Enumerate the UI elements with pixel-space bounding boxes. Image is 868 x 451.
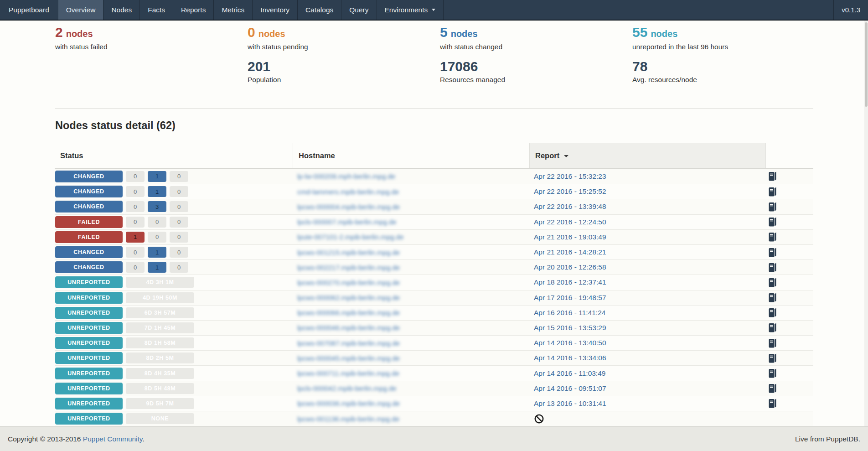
report-book-icon[interactable] xyxy=(768,202,777,212)
table-row: UNREPORTED4D 3H 1Mlpcws-000270.mpib-berl… xyxy=(55,275,813,290)
report-book-icon[interactable] xyxy=(768,278,777,287)
column-header-label: Report xyxy=(535,151,559,160)
report-icon-cell xyxy=(765,199,813,214)
hostname-link[interactable]: lpcws-000036.mpib-berlin.mpg.de xyxy=(297,399,400,407)
report-icon-cell xyxy=(765,381,813,396)
nav-tab-metrics[interactable]: Metrics xyxy=(213,0,252,20)
nav-tab-query[interactable]: Query xyxy=(341,0,376,20)
report-book-icon[interactable] xyxy=(768,323,777,332)
column-header-label: Status xyxy=(60,151,83,160)
nav-tab-catalogs[interactable]: Catalogs xyxy=(297,0,341,20)
hostname-link[interactable]: lpcws-000066.mpib-berlin.mpg.de xyxy=(297,309,400,316)
status-cell: UNREPORTED8D 5H 48M xyxy=(55,381,293,396)
hostname-link[interactable]: lpcws-000045.mpib-berlin.mpg.de xyxy=(297,354,400,362)
hostname-link[interactable]: lpute-007101-2.mpib-berlin.mpg.de xyxy=(297,233,403,241)
column-header-hostname[interactable]: Hostname xyxy=(293,143,529,168)
hostname-link[interactable]: lpcls-000042.mpib-berlin.mpg.de xyxy=(297,384,397,392)
vertical-scrollbar[interactable] xyxy=(864,21,868,451)
status-badge-unreported: UNREPORTED xyxy=(55,337,123,349)
resource-counter: 0 xyxy=(170,186,188,197)
report-icon-cell xyxy=(765,230,813,244)
report-icon-cell xyxy=(765,396,813,411)
hostname-link[interactable]: lpcls-000007.mpib-berlin.mpg.de xyxy=(297,218,397,226)
nav-tab-inventory[interactable]: Inventory xyxy=(252,0,297,20)
report-timestamp-link[interactable]: Apr 21 2016 - 19:03:49 xyxy=(534,233,606,241)
report-timestamp-link[interactable]: Apr 15 2016 - 13:53:29 xyxy=(534,324,606,332)
nav-tab-label: Facts xyxy=(148,0,165,20)
report-book-icon[interactable] xyxy=(768,338,777,348)
resource-counter: 1 xyxy=(126,232,145,243)
stat-headline-changed: 5nodes xyxy=(440,25,632,40)
report-book-icon[interactable] xyxy=(768,263,777,272)
report-timestamp-link[interactable]: Apr 14 2016 - 13:40:50 xyxy=(534,339,606,347)
report-book-icon[interactable] xyxy=(768,248,777,257)
report-cell: Apr 16 2016 - 11:41:24 xyxy=(529,306,765,320)
hostname-link[interactable]: lp-lw-000209.mph-berlin.mpg.de xyxy=(297,172,395,180)
report-book-icon[interactable] xyxy=(768,232,777,242)
hostname-link[interactable]: cmd-lammers.mpib-berlin.mpg.de xyxy=(297,188,399,196)
report-book-icon[interactable] xyxy=(768,399,777,408)
status-badge-unreported: UNREPORTED xyxy=(55,292,123,304)
nav-tab-facts[interactable]: Facts xyxy=(140,0,173,20)
hostname-link[interactable]: lpcws-000270.mpib-berlin.mpg.de xyxy=(297,279,400,286)
report-timestamp-link[interactable]: Apr 22 2016 - 13:39:48 xyxy=(534,202,606,211)
resource-counter: 0 xyxy=(170,247,188,258)
report-book-icon[interactable] xyxy=(768,308,777,317)
report-cell: Apr 14 2016 - 09:51:07 xyxy=(529,381,765,396)
report-cell: Apr 22 2016 - 15:25:52 xyxy=(529,184,765,199)
report-timestamp-link[interactable]: Apr 13 2016 - 10:31:41 xyxy=(534,399,606,408)
report-timestamp-link[interactable]: Apr 22 2016 - 12:24:50 xyxy=(534,218,606,226)
report-book-icon[interactable] xyxy=(768,171,777,181)
report-timestamp-link[interactable]: Apr 17 2016 - 19:48:57 xyxy=(534,294,606,302)
hostname-link[interactable]: lpcws-001215.mpib-berlin.mpg.de xyxy=(297,249,400,256)
report-cell: Apr 17 2016 - 19:48:57 xyxy=(529,290,765,305)
resource-counter: 0 xyxy=(126,171,145,182)
report-book-icon[interactable] xyxy=(768,293,777,302)
hostname-link[interactable]: lpcws-007087.mpib-berlin.mpg.de xyxy=(297,339,400,347)
report-timestamp-link[interactable]: Apr 22 2016 - 15:32:23 xyxy=(534,172,606,181)
scrollbar-thumb[interactable] xyxy=(865,22,868,107)
hostname-link[interactable]: lpcws-000004.mpib-berlin.mpg.de xyxy=(297,203,400,211)
report-timestamp-link[interactable]: Apr 14 2016 - 11:03:49 xyxy=(534,369,605,378)
report-timestamp-link[interactable]: Apr 18 2016 - 12:37:41 xyxy=(534,278,606,286)
nav-tabs: OverviewNodesFactsReportsMetricsInventor… xyxy=(58,0,444,20)
resource-counter: 0 xyxy=(170,171,188,182)
version-label: v0.1.3 xyxy=(833,0,868,20)
report-timestamp-link[interactable]: Apr 14 2016 - 13:34:06 xyxy=(534,354,606,362)
table-row: FAILED000lpcls-000007.mpib-berlin.mpg.de… xyxy=(55,214,813,229)
nav-tab-environments[interactable]: Environments xyxy=(377,0,444,20)
nav-tab-overview[interactable]: Overview xyxy=(58,0,103,20)
status-badge-unreported: UNREPORTED xyxy=(55,398,123,410)
hostname-link[interactable]: lpcws-000046.mpib-berlin.mpg.de xyxy=(297,324,400,332)
report-book-icon[interactable] xyxy=(768,353,777,363)
report-book-icon[interactable] xyxy=(768,384,777,393)
report-book-icon[interactable] xyxy=(768,368,777,378)
report-book-icon[interactable] xyxy=(768,217,777,227)
brand-puppetboard[interactable]: Puppetboard xyxy=(0,0,58,20)
hostname-link[interactable]: lpcws-000062.mpib-berlin.mpg.de xyxy=(297,294,400,301)
report-timestamp-link[interactable]: Apr 20 2016 - 12:26:58 xyxy=(534,263,606,271)
report-timestamp-link[interactable]: Apr 21 2016 - 14:28:21 xyxy=(534,248,606,256)
hostname-link[interactable]: lpcws-000711.mpib-berlin.mpg.de xyxy=(297,369,399,377)
status-badge-failed: FAILED xyxy=(55,231,123,243)
status-cell: FAILED000 xyxy=(55,215,293,229)
report-icon-cell xyxy=(765,366,813,380)
hostname-cell: lp-lw-000209.mph-berlin.mpg.de xyxy=(293,169,529,184)
nav-tab-label: Reports xyxy=(181,0,206,20)
nav-tab-reports[interactable]: Reports xyxy=(173,0,213,20)
hostname-link[interactable]: lpcws-002217.mpib-berlin.mpg.de xyxy=(297,264,400,271)
status-cell: UNREPORTEDNONE xyxy=(55,411,293,426)
report-timestamp-link[interactable]: Apr 16 2016 - 11:41:24 xyxy=(534,309,605,317)
footer: Copyright © 2013-2016 Puppet Community. … xyxy=(0,426,868,451)
puppet-community-link[interactable]: Puppet Community xyxy=(83,435,143,443)
column-header-status[interactable]: Status xyxy=(55,143,293,168)
stat-count-changed: 5 xyxy=(440,25,448,40)
nav-tab-nodes[interactable]: Nodes xyxy=(103,0,140,20)
column-header-report[interactable]: Report xyxy=(529,143,765,168)
hostname-link[interactable]: lpcws-001136.mpib-berlin.mpg.de xyxy=(297,415,399,423)
report-timestamp-link[interactable]: Apr 22 2016 - 15:25:52 xyxy=(534,187,606,196)
report-timestamp-link[interactable]: Apr 14 2016 - 09:51:07 xyxy=(534,384,606,393)
report-book-icon[interactable] xyxy=(768,187,777,197)
status-cell: CHANGED010 xyxy=(55,260,293,275)
table-row: UNREPORTED8D 1H 58Mlpcws-007087.mpib-ber… xyxy=(55,335,813,350)
